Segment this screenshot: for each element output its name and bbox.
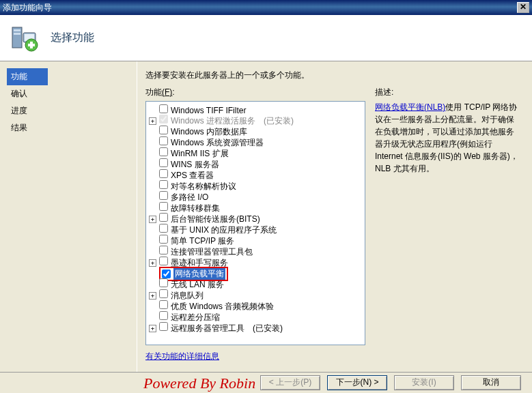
tree-row[interactable]: 对等名称解析协议	[148, 181, 363, 192]
feature-label: WinRM IIS 扩展	[171, 149, 229, 158]
server-icon	[10, 23, 40, 53]
expand-icon[interactable]: +	[149, 216, 156, 223]
watermark-text: Powered By Robin	[143, 375, 255, 392]
description-body: 使用 TCP/IP 网络协议在一些服务器上分配流量。对于确保在负载增加时，可以通…	[375, 102, 518, 173]
tree-row[interactable]: +远程服务器管理工具 (已安装)	[148, 323, 363, 334]
sidebar-item-0[interactable]: 功能	[7, 68, 48, 85]
wizard-header: 选择功能	[0, 15, 532, 61]
feature-checkbox[interactable]	[159, 311, 168, 320]
feature-checkbox[interactable]	[159, 126, 168, 134]
feature-label: WINS 服务器	[171, 160, 219, 169]
feature-checkbox[interactable]	[159, 278, 168, 287]
feature-label: 基于 UNIX 的应用程序子系统	[171, 225, 277, 235]
cancel-button[interactable]: 取消	[461, 375, 521, 390]
feature-checkbox[interactable]	[159, 180, 168, 189]
feature-checkbox[interactable]	[159, 202, 168, 211]
content-pane: 选择要安装在此服务器上的一个或多个功能。 功能(F): Windows TIFF…	[137, 61, 532, 372]
feature-checkbox[interactable]	[159, 246, 168, 254]
feature-label: 故障转移群集	[171, 203, 220, 213]
sidebar-item-3[interactable]: 结果	[11, 119, 137, 136]
feature-checkbox[interactable]	[159, 136, 168, 145]
tree-row[interactable]: 简单 TCP/IP 服务	[148, 235, 363, 246]
feature-checkbox[interactable]	[159, 289, 168, 298]
feature-label: 优质 Windows 音频视频体验	[171, 302, 274, 311]
feature-label: Windows 系统资源管理器	[171, 138, 264, 147]
page-title: 选择功能	[51, 31, 94, 45]
instruction-text: 选择要安装在此服务器上的一个或多个功能。	[145, 70, 521, 81]
feature-checkbox[interactable]	[159, 191, 168, 200]
sidebar-item-1[interactable]: 确认	[11, 85, 137, 102]
description-title: 描述:	[375, 87, 521, 98]
install-button[interactable]: 安装(I)	[394, 375, 454, 390]
tree-row[interactable]: 无线 LAN 服务	[148, 279, 363, 290]
feature-label: Windows TIFF IFilter	[171, 106, 246, 115]
tree-row[interactable]: WinRM IIS 扩展	[148, 148, 363, 159]
feature-label: 连接管理器管理工具包	[171, 247, 253, 257]
feature-label: 无线 LAN 服务	[171, 280, 224, 289]
tree-row[interactable]: 优质 Windows 音频视频体验	[148, 301, 363, 312]
feature-checkbox[interactable]	[159, 235, 168, 244]
svg-rect-7	[28, 44, 35, 46]
feature-checkbox[interactable]	[159, 224, 168, 233]
feature-checkbox[interactable]	[159, 322, 168, 331]
tree-row[interactable]: Windows TIFF IFilter	[148, 104, 363, 115]
feature-checkbox[interactable]	[159, 169, 168, 178]
feature-label: Windows 内部数据库	[171, 127, 247, 136]
tree-row[interactable]: WINS 服务器	[148, 159, 363, 170]
description-panel: 描述: 网络负载平衡(NLB)使用 TCP/IP 网络协议在一些服务器上分配流量…	[375, 87, 521, 362]
description-text: 网络负载平衡(NLB)使用 TCP/IP 网络协议在一些服务器上分配流量。对于确…	[375, 101, 521, 175]
feature-checkbox[interactable]	[159, 147, 168, 156]
feature-label: 远程差分压缩	[171, 312, 220, 322]
expand-icon[interactable]: +	[149, 117, 156, 125]
feature-label: 简单 TCP/IP 服务	[171, 236, 234, 246]
feature-label: 网络负载平衡	[173, 268, 225, 280]
next-button[interactable]: 下一步(N) >	[327, 375, 387, 390]
expand-icon[interactable]: +	[149, 325, 156, 332]
feature-label: 对等名称解析协议	[171, 181, 236, 191]
sidebar: 功能确认进度结果	[0, 61, 137, 372]
feature-checkbox	[159, 115, 168, 123]
tree-row[interactable]: 远程差分压缩	[148, 312, 363, 323]
tree-row[interactable]: +消息队列	[148, 290, 363, 301]
feature-label: 远程服务器管理工具 (已安装)	[171, 323, 283, 333]
feature-checkbox[interactable]	[159, 104, 168, 113]
feature-checkbox[interactable]	[159, 158, 168, 167]
close-button[interactable]: ✕	[517, 2, 529, 13]
more-info-link[interactable]: 有关功能的详细信息	[145, 351, 219, 362]
titlebar: 添加功能向导 ✕	[0, 0, 532, 15]
sidebar-item-2[interactable]: 进度	[11, 102, 137, 119]
tree-row[interactable]: Windows 内部数据库	[148, 126, 363, 137]
feature-checkbox[interactable]	[159, 300, 168, 309]
tree-row[interactable]: 连接管理器管理工具包	[148, 246, 363, 257]
tree-row[interactable]: 故障转移群集	[148, 203, 363, 214]
svg-rect-1	[14, 29, 20, 31]
feature-label: XPS 查看器	[171, 171, 214, 180]
wizard-footer: Powered By Robin < 上一步(P) 下一步(N) > 安装(I)…	[0, 372, 532, 392]
description-link[interactable]: 网络负载平衡(NLB)	[375, 102, 445, 112]
features-label: 功能(F):	[145, 87, 175, 98]
feature-checkbox[interactable]	[159, 257, 168, 265]
tree-row[interactable]: +Windows 进程激活服务 (已安装)	[148, 115, 363, 126]
feature-checkbox[interactable]	[159, 213, 168, 222]
wizard-body: 功能确认进度结果 选择要安装在此服务器上的一个或多个功能。 功能(F): Win…	[0, 61, 532, 372]
feature-label: 消息队列	[171, 291, 204, 300]
expand-icon[interactable]: +	[149, 259, 156, 267]
tree-row[interactable]: 基于 UNIX 的应用程序子系统	[148, 224, 363, 235]
window-title: 添加功能向导	[3, 2, 517, 14]
tree-row[interactable]: 多路径 I/O	[148, 192, 363, 203]
features-tree[interactable]: Windows TIFF IFilter+Windows 进程激活服务 (已安装…	[145, 101, 365, 345]
feature-label: 后台智能传送服务(BITS)	[171, 214, 260, 224]
feature-checkbox[interactable]	[162, 270, 171, 278]
tree-row[interactable]: +后台智能传送服务(BITS)	[148, 214, 363, 224]
feature-label: 多路径 I/O	[171, 192, 208, 202]
svg-rect-2	[14, 33, 20, 35]
expand-icon[interactable]: +	[149, 292, 156, 300]
feature-label: Windows 进程激活服务 (已安装)	[171, 116, 294, 126]
prev-button[interactable]: < 上一步(P)	[260, 375, 320, 390]
tree-row[interactable]: Windows 系统资源管理器	[148, 137, 363, 148]
tree-row[interactable]: 网络负载平衡	[148, 268, 363, 279]
tree-row[interactable]: XPS 查看器	[148, 170, 363, 181]
